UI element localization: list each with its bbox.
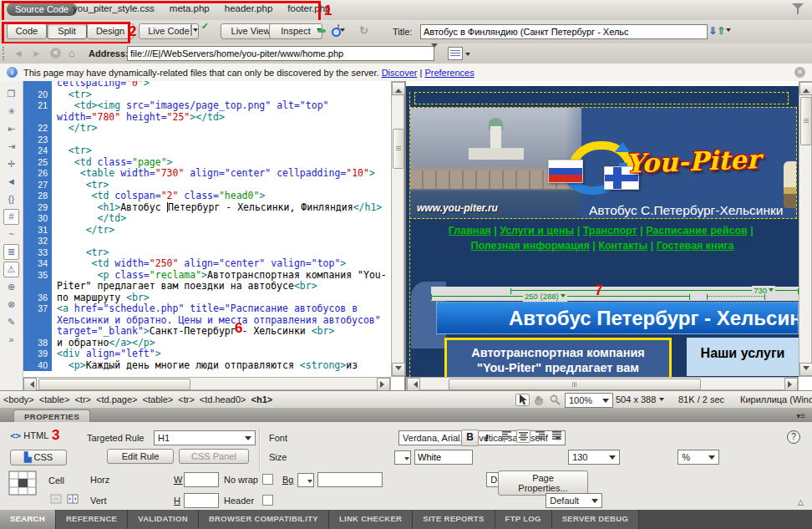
- title-input[interactable]: [420, 24, 708, 39]
- nav-link[interactable]: Услуги и цены: [500, 225, 574, 237]
- align-justify-icon[interactable]: [550, 430, 564, 443]
- select-parent-tag-icon[interactable]: ◄: [3, 174, 19, 190]
- line-numbers-icon[interactable]: #: [3, 209, 19, 225]
- html-mode-button[interactable]: <> HTML: [10, 430, 48, 441]
- collapse-selection-icon[interactable]: ⇥: [3, 139, 19, 155]
- forward-icon[interactable]: ►: [32, 48, 42, 59]
- panel-tab-search[interactable]: SEARCH: [0, 510, 56, 529]
- scroll-left-icon[interactable]: [407, 378, 420, 391]
- preview-in-browser-icon[interactable]: [316, 25, 331, 38]
- code-text[interactable]: <tr>: [52, 89, 391, 101]
- refresh-icon[interactable]: ↻: [359, 24, 374, 38]
- hand-tool-icon[interactable]: [532, 394, 546, 406]
- align-center-icon[interactable]: [516, 430, 530, 443]
- discover-link[interactable]: Discover: [382, 68, 418, 78]
- properties-tab[interactable]: PROPERTIES: [13, 409, 90, 423]
- code-text[interactable]: и обратно</a></p>: [52, 338, 391, 349]
- code-text[interactable]: [52, 135, 391, 146]
- apply-comment-icon[interactable]: ⊕: [3, 279, 19, 295]
- column-250-label[interactable]: 250 (288): [523, 292, 567, 302]
- panel-tab-reference[interactable]: REFERENCE: [56, 510, 128, 529]
- nav-link[interactable]: Транспорт: [583, 225, 637, 237]
- panel-tab-link-checker[interactable]: LINK CHECKER: [329, 510, 413, 529]
- expand-all-icon[interactable]: ✛: [3, 156, 19, 172]
- tag-selector-item[interactable]: <body>: [3, 394, 34, 404]
- code-text[interactable]: <p>Каждый день многие люди отправляются …: [52, 360, 391, 372]
- code-text[interactable]: <tr>: [52, 247, 391, 259]
- panel-tab-site-reports[interactable]: SITE REPORTS: [413, 510, 495, 529]
- nav-link[interactable]: Главная: [449, 225, 491, 237]
- balance-braces-icon[interactable]: {}: [3, 191, 19, 207]
- page-properties-button[interactable]: Page Properties...: [498, 471, 588, 496]
- close-info-bar-icon[interactable]: ×: [794, 67, 805, 78]
- code-text[interactable]: cellspacing="0">: [52, 81, 391, 89]
- tag-selector-item[interactable]: <h1>: [251, 394, 273, 404]
- code-text[interactable]: <a href="schedule.php" title="Расписание…: [52, 303, 391, 338]
- scroll-up-icon[interactable]: [392, 82, 405, 95]
- file-management-icon[interactable]: ⇓⇑: [708, 25, 731, 37]
- more-icons-chevron[interactable]: »: [3, 332, 19, 348]
- design-vertical-scrollbar[interactable]: [799, 81, 812, 377]
- cell-height-input[interactable]: [184, 493, 219, 508]
- promo-box[interactable]: Автотранспортная компания "You-Piter" пр…: [444, 338, 672, 377]
- window-size-value[interactable]: 504 x 388: [616, 394, 664, 404]
- panel-tab-validation[interactable]: VALIDATION: [128, 510, 199, 529]
- nav-link[interactable]: Гостевая книга: [657, 240, 734, 252]
- panel-tab-server-debug[interactable]: SERVER DEBUG: [552, 510, 639, 529]
- scroll-down-icon[interactable]: [392, 363, 405, 376]
- services-box[interactable]: Наши услуги: [687, 338, 799, 376]
- italic-button[interactable]: I: [485, 431, 489, 445]
- scroll-thumb[interactable]: [449, 379, 701, 390]
- highlight-invalid-code-icon[interactable]: ~: [3, 226, 19, 242]
- bg-color-input[interactable]: [317, 472, 383, 487]
- back-icon[interactable]: ◄: [13, 48, 23, 59]
- bg-color-swatch[interactable]: [297, 473, 314, 487]
- cell-width-input[interactable]: [184, 472, 219, 487]
- code-horizontal-scrollbar[interactable]: [23, 377, 391, 390]
- code-text[interactable]: <table width="730" align="center" cellpa…: [52, 168, 391, 180]
- panel-tab-browser-compatibility[interactable]: BROWSER COMPATIBILITY: [199, 510, 329, 529]
- text-color-swatch[interactable]: [394, 450, 411, 465]
- filter-funnel-icon[interactable]: [792, 3, 804, 14]
- code-text[interactable]: </td>: [52, 213, 391, 225]
- nav-link[interactable]: Расписание рейсов: [646, 225, 748, 237]
- scroll-up-icon[interactable]: [799, 82, 812, 95]
- tag-selector-item[interactable]: <tr>: [178, 394, 195, 404]
- scroll-down-icon[interactable]: [799, 363, 812, 376]
- code-text[interactable]: <div align="left">: [52, 348, 391, 360]
- syntax-error-alerts-icon[interactable]: ⚠: [3, 262, 19, 277]
- code-text[interactable]: </tr>: [52, 123, 391, 135]
- text-color-input[interactable]: [414, 450, 473, 465]
- remove-comment-icon[interactable]: ⊗: [3, 297, 19, 313]
- scroll-thumb[interactable]: [38, 379, 190, 390]
- open-documents-icon[interactable]: ❐: [3, 86, 19, 102]
- tag-selector-item[interactable]: <table>: [39, 394, 70, 404]
- check-page-icon[interactable]: [337, 25, 353, 38]
- targeted-rule-select[interactable]: H1: [154, 430, 256, 445]
- header-checkbox[interactable]: [262, 495, 273, 506]
- code-text[interactable]: <td><img src="images/page_top.png" alt="…: [52, 100, 391, 123]
- help-icon[interactable]: ?: [787, 430, 800, 444]
- stop-icon[interactable]: ×: [50, 48, 61, 58]
- tag-selector-item[interactable]: <tr>: [74, 394, 91, 404]
- no-wrap-checkbox[interactable]: [262, 474, 273, 485]
- code-text[interactable]: <td class="page">: [52, 157, 391, 169]
- nav-link[interactable]: Полезная информация: [470, 240, 589, 252]
- address-input[interactable]: [127, 46, 434, 61]
- indent-code-icon[interactable]: ✎: [3, 314, 19, 330]
- css-panel-button[interactable]: CSS Panel: [179, 449, 249, 464]
- size-unit-select[interactable]: %: [678, 450, 719, 465]
- design-horizontal-scrollbar[interactable]: [406, 377, 799, 390]
- vert-select[interactable]: Default: [546, 493, 602, 508]
- edit-rule-button[interactable]: Edit Rule: [107, 449, 174, 464]
- align-left-icon[interactable]: [500, 430, 514, 443]
- word-wrap-icon[interactable]: ≣: [3, 244, 19, 260]
- collapse-panel-icon[interactable]: △: [798, 498, 804, 506]
- code-vertical-scrollbar[interactable]: [391, 81, 404, 377]
- code-text[interactable]: по маршруту <br>: [52, 292, 391, 304]
- tag-selector-item[interactable]: <td.head0>: [200, 394, 246, 404]
- design-canvas[interactable]: You-Piter Автобус С.Петербург-Хельсинки …: [406, 81, 799, 377]
- bold-button[interactable]: B: [461, 430, 479, 446]
- scroll-left-icon[interactable]: [23, 378, 37, 391]
- code-text[interactable]: <tr>: [52, 180, 391, 191]
